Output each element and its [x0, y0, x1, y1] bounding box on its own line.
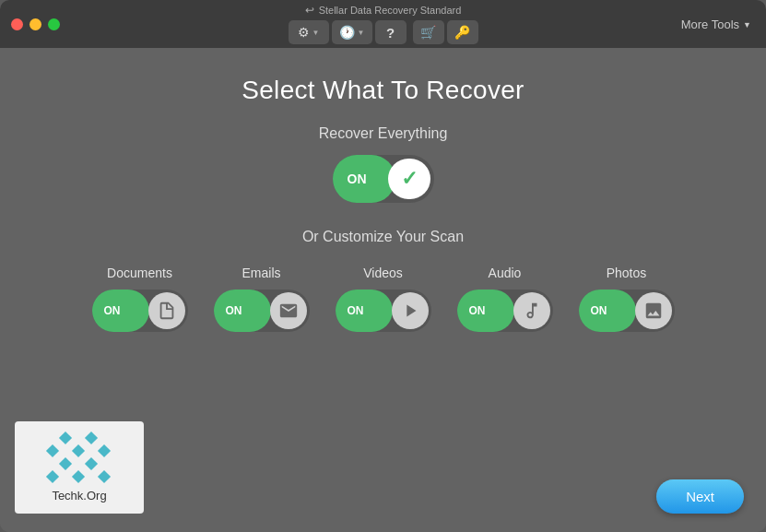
app-window: ↩ Stellar Data Recovery Standard ⚙ ▼ 🕐 ▼…: [0, 0, 766, 532]
toggle-bg-sm-doc: [92, 290, 149, 332]
diamond: [85, 456, 98, 469]
cart-icon: 🛒: [420, 25, 436, 40]
gear-icon: ⚙: [298, 25, 310, 40]
photos-toggle[interactable]: ON: [579, 290, 675, 332]
history-button[interactable]: 🕐 ▼: [332, 20, 372, 44]
videos-toggle[interactable]: ON: [336, 290, 431, 332]
category-videos-label: Videos: [363, 266, 403, 280]
recover-everything-label: Recover Everything: [319, 125, 448, 142]
diamond: [98, 443, 111, 456]
toggle-bg-sm-photo: [579, 290, 636, 332]
category-photos-label: Photos: [607, 266, 647, 280]
checkmark-icon: ✓: [401, 167, 418, 191]
more-tools-button[interactable]: More Tools ▼: [681, 18, 751, 31]
diamond: [59, 469, 72, 482]
history-icon: 🕐: [339, 25, 355, 40]
more-tools-arrow-icon: ▼: [743, 19, 751, 29]
more-tools-label: More Tools: [681, 18, 739, 31]
help-icon: ?: [386, 25, 395, 41]
diamond: [46, 431, 59, 443]
document-icon: [157, 301, 177, 321]
category-documents: Documents ON: [92, 266, 188, 332]
diamond: [85, 469, 98, 482]
dropdown-arrow-icon: ▼: [312, 29, 320, 37]
diamond: [72, 443, 85, 456]
category-photos: Photos ON: [579, 266, 675, 332]
key-icon: 🔑: [454, 25, 470, 40]
category-emails: Emails ON: [214, 266, 310, 332]
documents-knob: [148, 292, 185, 329]
photo-toggle-on-label: ON: [591, 304, 607, 317]
titlebar: ↩ Stellar Data Recovery Standard ⚙ ▼ 🕐 ▼…: [0, 0, 766, 48]
diamond: [72, 431, 85, 443]
diamond: [46, 443, 59, 456]
diamond: [59, 443, 72, 456]
back-arrow-icon: ↩: [305, 4, 314, 17]
diamond: [98, 469, 111, 482]
dropdown-arrow-icon2: ▼: [358, 29, 365, 37]
toggle-knob: ✓: [388, 159, 430, 199]
email-icon: [278, 301, 299, 321]
watermark-text: Techk.Org: [52, 489, 106, 502]
cart-button[interactable]: 🛒: [413, 20, 444, 44]
photos-knob: [635, 292, 672, 329]
diamond: [72, 456, 85, 469]
diamond-grid: [48, 433, 111, 483]
app-title: ↩ Stellar Data Recovery Standard: [305, 4, 462, 17]
music-note-icon: [522, 301, 542, 321]
recover-everything-toggle[interactable]: ON ✓: [333, 155, 434, 203]
customize-label: Or Customize Your Scan: [302, 229, 464, 245]
diamond: [98, 456, 111, 469]
next-button[interactable]: Next: [656, 479, 744, 514]
email-toggle-on-label: ON: [226, 304, 242, 317]
help-button[interactable]: ?: [375, 20, 407, 44]
doc-toggle-on-label: ON: [104, 304, 121, 317]
category-documents-label: Documents: [107, 266, 172, 280]
traffic-lights: [11, 18, 60, 30]
video-play-icon: [400, 301, 420, 321]
diamond: [46, 469, 59, 482]
emails-toggle[interactable]: ON: [214, 290, 310, 332]
diamond: [59, 456, 72, 469]
diamond: [72, 469, 85, 482]
page-title: Select What To Recover: [242, 76, 524, 105]
emails-knob: [270, 292, 307, 329]
category-audio: Audio ON: [457, 266, 553, 332]
diamond: [85, 431, 98, 443]
settings-button[interactable]: ⚙ ▼: [289, 20, 329, 44]
toggle-bg-sm-video: [336, 290, 393, 332]
watermark: Techk.Org: [15, 421, 144, 514]
recover-everything-toggle-container: ON ✓: [333, 155, 434, 203]
diamond: [59, 431, 72, 443]
toolbar-buttons: ⚙ ▼ 🕐 ▼ ? 🛒 🔑: [289, 20, 478, 44]
diamond: [98, 431, 111, 443]
category-emails-label: Emails: [242, 266, 280, 280]
audio-knob: [513, 292, 550, 329]
main-content: Select What To Recover Recover Everythin…: [0, 48, 766, 532]
category-videos: Videos ON: [336, 266, 431, 332]
titlebar-center: ↩ Stellar Data Recovery Standard ⚙ ▼ 🕐 ▼…: [289, 4, 478, 44]
maximize-button[interactable]: [48, 18, 60, 30]
diamond: [46, 456, 59, 469]
diamond: [85, 443, 98, 456]
toggle-bg-sm-email: [214, 290, 271, 332]
key-button[interactable]: 🔑: [447, 20, 478, 44]
toggle-bg-sm-audio: [457, 290, 514, 332]
photo-icon: [643, 301, 664, 321]
category-audio-label: Audio: [489, 266, 522, 280]
videos-knob: [392, 292, 429, 329]
minimize-button[interactable]: [29, 18, 41, 30]
toggle-on-label: ON: [348, 171, 367, 186]
audio-toggle-on-label: ON: [469, 304, 486, 317]
categories-row: Documents ON Emails ON: [37, 266, 729, 332]
video-toggle-on-label: ON: [348, 304, 364, 317]
documents-toggle[interactable]: ON: [92, 290, 188, 332]
close-button[interactable]: [11, 18, 23, 30]
audio-toggle[interactable]: ON: [457, 290, 553, 332]
app-title-text: Stellar Data Recovery Standard: [319, 5, 462, 16]
